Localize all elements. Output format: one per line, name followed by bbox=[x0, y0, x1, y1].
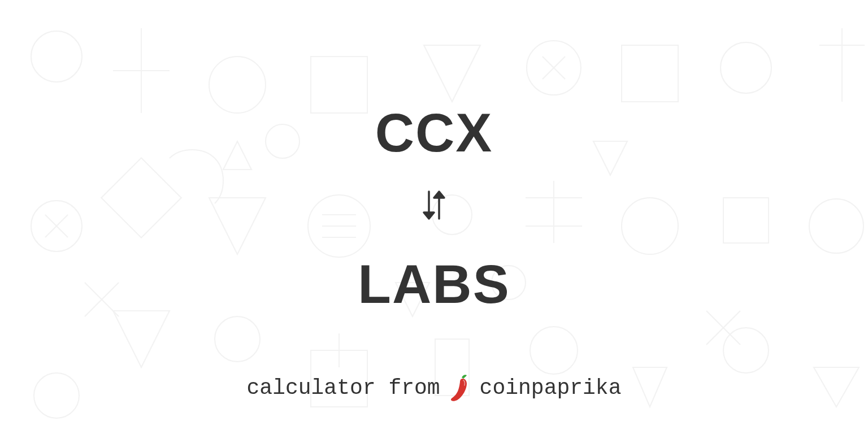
target-currency: LABS bbox=[358, 253, 510, 315]
source-currency: CCX bbox=[375, 102, 493, 164]
main-content: CCX LABS bbox=[0, 0, 868, 434]
swap-icon bbox=[417, 185, 451, 225]
